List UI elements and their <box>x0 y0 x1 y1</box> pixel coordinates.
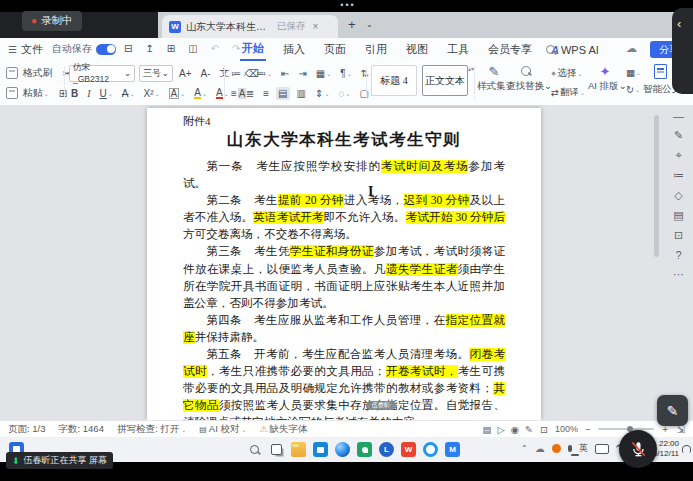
screen-share-banner[interactable]: ⬇ 伍春昕正在共享 屏幕 <box>6 452 113 469</box>
touch-keyboard-icon[interactable] <box>595 444 609 454</box>
document-body[interactable]: 第一条 考生应按照学校安排的考试时间及考场参加考试。第二条 考生提前 20 分钟… <box>183 158 505 420</box>
start-button[interactable] <box>225 442 240 457</box>
char-border-button[interactable]: A⌄ <box>167 87 188 100</box>
meeting-app-icon[interactable]: M <box>445 442 460 457</box>
meeting-window-controls[interactable]: ••• <box>330 0 366 10</box>
increase-indent-button[interactable]: ⇥ <box>296 67 308 80</box>
borders-button[interactable]: ▦⌄ <box>314 67 333 80</box>
document-page[interactable]: 附件4 山东大学本科生考试考生守则 第一条 考生应按照学校安排的考试时间及考场参… <box>147 108 541 420</box>
decrease-indent-button[interactable]: ⇤ <box>279 67 291 80</box>
align-left-button[interactable]: ≡ <box>229 87 239 100</box>
annotate-button[interactable]: ✎ <box>657 395 688 426</box>
font-size-select[interactable]: 三号⌄ <box>139 65 173 82</box>
align-center-button[interactable]: ≣ <box>244 87 256 100</box>
menu-wps-ai[interactable]: AWPS AI <box>549 41 601 59</box>
file-explorer-icon[interactable] <box>291 442 306 457</box>
snapshot-tool-icon[interactable]: ⊡ <box>674 229 683 242</box>
document-paragraph[interactable]: 第二条 考生提前 20 分钟进入考场，迟到 30 分钟及以上者不准入场。英语考试… <box>183 192 505 243</box>
document-paragraph[interactable]: 第四条 考生应服从监考和工作人员管理，在指定位置就座并保持肃静。 <box>183 312 505 346</box>
paragraph-mark-button[interactable]: ¶⌄ <box>338 67 353 80</box>
grow-font-button[interactable]: A+ <box>177 65 194 81</box>
format-painter-button[interactable]: 格式刷 <box>4 65 55 81</box>
print-icon[interactable]: ⊞ <box>165 42 177 55</box>
find-replace-button[interactable]: 查找替换⌄ <box>506 64 546 93</box>
line-spacing-button[interactable]: ⇕⌄ <box>313 87 331 100</box>
sort-button[interactable]: ⇅ <box>359 67 371 80</box>
menu-insert[interactable]: 插入 <box>281 39 307 60</box>
translate-button[interactable]: ⇄翻译⌄ <box>549 85 587 100</box>
distribute-button[interactable]: ▥ <box>295 87 308 100</box>
select-tool-icon[interactable]: ⌖ <box>675 149 681 162</box>
help-icon[interactable]: ? <box>675 249 681 261</box>
zoom-level[interactable]: 100% <box>555 424 578 434</box>
close-tab-icon[interactable]: × <box>313 21 319 32</box>
autosave-control[interactable]: 自动保存 <box>52 42 116 56</box>
edge-browser-icon[interactable] <box>335 442 350 457</box>
new-tab-button[interactable]: + <box>348 17 356 32</box>
layout-tool-icon[interactable]: ▤ <box>673 209 683 222</box>
browser-app-icon[interactable] <box>423 442 438 457</box>
numbering-button[interactable]: ≕⌄ <box>254 67 274 80</box>
shape-tool-icon[interactable]: ◇ <box>674 189 682 202</box>
ai-proofread-button[interactable]: ▤AI 校对⌄ <box>199 423 246 436</box>
copy-button[interactable]: ⊞ <box>57 87 69 100</box>
missing-font-warning[interactable]: ⚠缺失字体 <box>259 423 307 436</box>
italic-button[interactable]: I <box>85 87 92 100</box>
font-name-select[interactable]: 仿宋_GB2312⌄ <box>69 65 135 82</box>
select-button[interactable]: ⌖选择⌄ <box>549 66 587 81</box>
microphone-muted-indicator[interactable] <box>619 430 657 468</box>
shrink-font-button[interactable]: A- <box>199 65 213 81</box>
zoom-slider[interactable] <box>598 428 654 430</box>
outline-view-button[interactable]: ▤ <box>482 424 491 435</box>
tab-list-button[interactable]: ⌄ <box>366 20 373 29</box>
document-paragraph[interactable]: 第五条 开考前，考生应配合监考人员清理考场。闭卷考试时，考生只准携带必要的文具用… <box>183 346 505 420</box>
ai-layout-button[interactable]: ✦ AI 排版⌄ <box>588 64 622 93</box>
text-typeset-icon[interactable]: ▦⌄ <box>624 66 643 79</box>
style-heading-4[interactable]: 标题 4 <box>371 65 417 96</box>
fit-page-icon[interactable]: ⊡ <box>540 424 548 435</box>
vertical-scrollbar[interactable] <box>653 109 660 415</box>
style-body-text[interactable]: 正文文本 <box>422 65 468 96</box>
search-icon[interactable] <box>546 44 555 56</box>
menu-member[interactable]: 会员专享 <box>486 39 534 60</box>
microphone-tray-icon[interactable] <box>568 445 572 452</box>
list-tool-icon[interactable]: ≔ <box>673 169 684 182</box>
onedrive-cloud-icon[interactable]: ☁ <box>535 443 545 454</box>
edit-mode-button[interactable]: ✎ <box>525 424 533 435</box>
preview-icon[interactable]: ◫ <box>186 42 199 55</box>
tray-status-icon[interactable] <box>552 444 561 453</box>
menu-tools[interactable]: 工具 <box>445 39 471 60</box>
print-layout-button[interactable]: ◉ <box>511 424 519 435</box>
collapse-toolbar-icon[interactable]: — <box>673 110 684 122</box>
green-app-icon[interactable] <box>357 442 372 457</box>
highlight-button[interactable]: A⌄ <box>192 87 209 100</box>
shading-button[interactable]: ◌⌄ <box>336 87 352 100</box>
cloud-sync-icon[interactable]: ☁ <box>626 42 637 55</box>
menu-view[interactable]: 视图 <box>404 39 430 60</box>
align-right-button[interactable]: ≡ <box>261 87 271 100</box>
word-count[interactable]: 字数: 1464 <box>59 423 104 436</box>
export-icon[interactable]: ↥ <box>143 42 155 55</box>
bold-button[interactable]: B <box>69 87 80 100</box>
notification-bell-icon[interactable] <box>682 445 691 453</box>
undo-icon[interactable]: ↶ <box>209 42 221 55</box>
menu-page[interactable]: 页面 <box>322 39 348 60</box>
more-tools-icon[interactable]: ⋯ <box>673 268 684 281</box>
zoom-out-button[interactable]: − <box>585 424 591 435</box>
justify-button[interactable]: ▤ <box>276 87 289 100</box>
file-menu[interactable]: ☰ 文件 <box>8 42 43 57</box>
task-view-icon[interactable] <box>269 442 284 457</box>
menu-home[interactable]: 开始 <box>240 38 266 61</box>
read-mode-button[interactable]: ▷ <box>497 424 504 435</box>
docs-app-icon[interactable]: L <box>379 442 394 457</box>
edit-pen-icon[interactable]: ✎ <box>674 129 683 142</box>
document-tab[interactable]: W 山东大学本科生考试... 已保存 × <box>162 15 338 38</box>
taskbar-search-icon[interactable] <box>247 442 262 457</box>
document-paragraph[interactable]: 第一条 考生应按照学校安排的考试时间及考场参加考试。 <box>183 158 505 192</box>
save-icon[interactable]: ⊟ <box>122 42 134 55</box>
menu-reference[interactable]: 引用 <box>363 39 389 60</box>
document-paragraph[interactable]: 第三条 考生凭学生证和身份证参加考试，考试时须将证件放在课桌上，以便监考人员查验… <box>183 243 505 311</box>
scrollbar-thumb[interactable] <box>654 115 659 257</box>
underline-button[interactable]: U⌄ <box>98 87 115 100</box>
tray-expand-icon[interactable]: ⌃ <box>521 444 528 453</box>
